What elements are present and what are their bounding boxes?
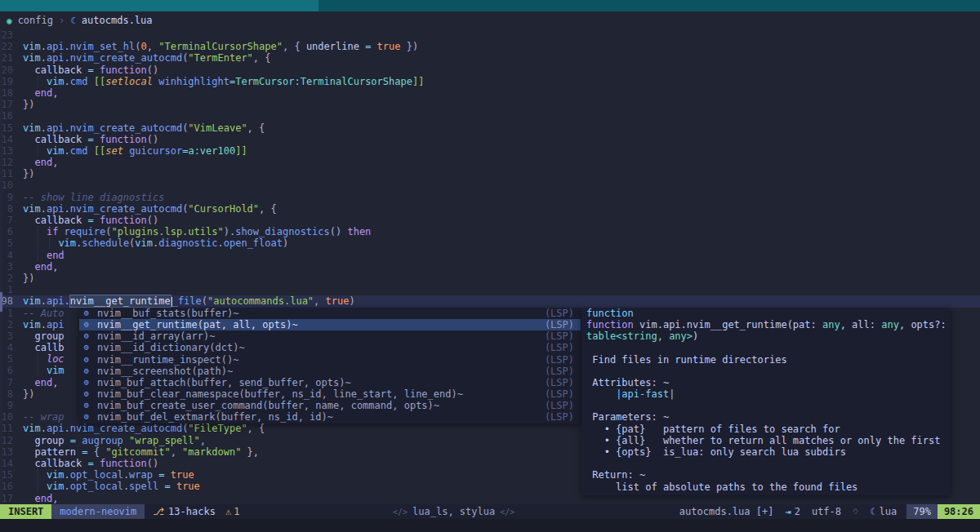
- completion-item[interactable]: ⚙nvim_buf_attach(buffer, send_buffer, op…: [79, 377, 581, 388]
- command-line[interactable]: [0, 519, 980, 532]
- code-line[interactable]: 17}): [0, 99, 980, 110]
- code-token: vim: [23, 41, 41, 52]
- completion-item[interactable]: ⚙nvim__screenshot(path)~(LSP): [79, 366, 581, 377]
- git-branch[interactable]: ⎇ 13-hacks: [153, 504, 216, 519]
- code-token: =: [153, 469, 171, 481]
- code-text: }): [23, 273, 34, 284]
- code-line[interactable]: 10: [0, 180, 980, 191]
- completion-label: nvim__get_runtime(pat, all, opts)~: [97, 319, 545, 330]
- completion-item[interactable]: ⚙nvim__id_dictionary(dct)~(LSP): [79, 342, 581, 353]
- doc-line: [586, 366, 947, 377]
- code-token: if: [47, 226, 58, 237]
- code-token: }): [23, 273, 34, 284]
- code-line[interactable]: 12 end,: [0, 157, 980, 168]
- breadcrumb-filename[interactable]: autocmds.lua: [82, 15, 153, 26]
- code-token: vim: [47, 76, 65, 87]
- code-text: pattern = { "gitcommit", "markdown" },: [23, 446, 259, 458]
- code-token: function: [586, 308, 634, 319]
- code-token: api: [47, 41, 65, 52]
- code-text: }): [23, 168, 34, 180]
- code-line[interactable]: 8vim.api.nvim_create_autocmd("CursorHold…: [0, 203, 980, 215]
- scrollbar-thumb[interactable]: [0, 292, 2, 312]
- code-token: callback: [23, 64, 82, 76]
- code-token: 0: [141, 41, 147, 52]
- lua-icon: ☾: [870, 506, 875, 517]
- code-line[interactable]: 3 end,: [0, 261, 980, 273]
- code-token: (: [135, 41, 140, 52]
- code-token: =: [158, 481, 176, 492]
- code-token: group: [23, 435, 65, 446]
- completion-item[interactable]: ⚙nvim__get_runtime(pat, all, opts)~(LSP): [79, 319, 581, 330]
- code-text: -- Auto: [23, 308, 65, 319]
- doc-line: Return: ~: [586, 469, 947, 481]
- code-line[interactable]: 13 │ vim.cmd [[set guicursor=a:ver100]]: [0, 145, 980, 157]
- code-token: "TerminalCursorShape": [158, 41, 283, 52]
- completion-item[interactable]: ⚙nvim_buf_create_user_command(buffer, na…: [79, 400, 581, 411]
- code-token: vim: [47, 365, 65, 376]
- code-token: .: [65, 295, 70, 307]
- code-text: end,: [23, 377, 58, 388]
- line-number: 20: [0, 64, 23, 76]
- code-token: • {pat} pattern of files to search for: [586, 423, 840, 435]
- code-line[interactable]: 14 callback = function(): [0, 134, 980, 145]
- scroll-percent: 79%: [906, 504, 938, 519]
- line-number: 10: [0, 180, 23, 191]
- code-token: │: [34, 365, 40, 376]
- code-line[interactable]: 2}): [0, 273, 980, 284]
- code-token: TermCursor:TerminalCursorShape: [235, 76, 412, 87]
- code-token: [58, 226, 64, 237]
- diagnostics-warning[interactable]: ⚠ 1: [225, 504, 239, 519]
- editor-buffer[interactable]: 2322vim.api.nvim_set_hl(0, "TerminalCurs…: [0, 29, 980, 504]
- code-line[interactable]: 1: [0, 284, 980, 295]
- code-text: vim.api.nvim_create_autocmd("FileType", …: [23, 423, 265, 434]
- line-number: 13: [0, 446, 23, 458]
- code-token: "wrap_spell": [129, 435, 200, 446]
- code-line[interactable]: 16: [0, 110, 980, 122]
- code-line[interactable]: 11}): [0, 168, 980, 180]
- line-number: 8: [0, 388, 23, 400]
- code-line[interactable]: 18 end,: [0, 87, 980, 99]
- code-token: diagnostic: [158, 237, 217, 249]
- code-line[interactable]: 9-- show line diagnostics: [0, 192, 980, 203]
- code-line[interactable]: 98vim.api.nvim__get_runtime_file("autoco…: [0, 295, 980, 307]
- code-line[interactable]: 15vim.api.nvim_create_autocmd("VimLeave"…: [0, 122, 980, 134]
- function-kind-icon: ⚙: [84, 342, 97, 353]
- completion-item[interactable]: ⚙nvim__buf_stats(buffer)~(LSP): [79, 308, 581, 319]
- scrollbar-track[interactable]: [0, 29, 2, 504]
- breadcrumb-folder[interactable]: config: [18, 15, 53, 26]
- code-token: ,: [52, 261, 58, 273]
- code-token: -- wrap: [23, 411, 65, 423]
- code-text: callback = function(): [23, 458, 158, 469]
- completion-label: nvim__id_array(arr)~: [97, 330, 545, 342]
- completion-item[interactable]: ⚙nvim_buf_del_extmark(buffer, ns_id, id)…: [79, 411, 581, 423]
- code-token: vim: [23, 122, 41, 134]
- code-token: set: [105, 145, 123, 157]
- code-token: nvim_create_autocmd: [70, 122, 182, 134]
- completion-source: (LSP): [545, 308, 574, 319]
- doc-line: Parameters: ~: [586, 411, 947, 423]
- code-line[interactable]: 4 │ end: [0, 250, 980, 261]
- code-token: }): [23, 99, 34, 110]
- code-line[interactable]: 23: [0, 29, 980, 41]
- code-line[interactable]: 19 │ vim.cmd [[setlocal winhighlight=Ter…: [0, 76, 980, 87]
- code-token: [41, 250, 47, 261]
- code-line[interactable]: 5 │ │ vim.schedule(vim.diagnostic.open_f…: [0, 237, 980, 249]
- completion-item[interactable]: ⚙nvim__id_array(arr)~(LSP): [79, 330, 581, 342]
- code-line[interactable]: 6 │ if require("plugins.lsp.utils").show…: [0, 226, 980, 237]
- code-token: • {opts} is_lua: only search lua subdirs: [586, 446, 846, 458]
- code-token: then: [347, 226, 371, 237]
- code-line[interactable]: 20 callback = function(): [0, 64, 980, 76]
- completion-item[interactable]: ⚙nvim__runtime_inspect()~(LSP): [79, 354, 581, 366]
- line-number: 11: [0, 168, 23, 180]
- code-line[interactable]: 21vim.api.nvim_create_autocmd("TermEnter…: [0, 52, 980, 64]
- code-token: , {: [283, 41, 306, 52]
- project-name[interactable]: modern-neovim: [51, 504, 145, 519]
- completion-item[interactable]: ⚙nvim_buf_clear_namespace(buffer, ns_id,…: [79, 388, 581, 400]
- code-line[interactable]: 22vim.api.nvim_set_hl(0, "TerminalCursor…: [0, 41, 980, 52]
- code-token: vim: [23, 319, 41, 330]
- code-text: group = augroup "wrap_spell",: [23, 435, 206, 446]
- code-line[interactable]: 7 callback = function(): [0, 215, 980, 226]
- code-text: callb: [23, 342, 65, 353]
- code-token: ,: [52, 157, 58, 168]
- line-number: 12: [0, 435, 23, 446]
